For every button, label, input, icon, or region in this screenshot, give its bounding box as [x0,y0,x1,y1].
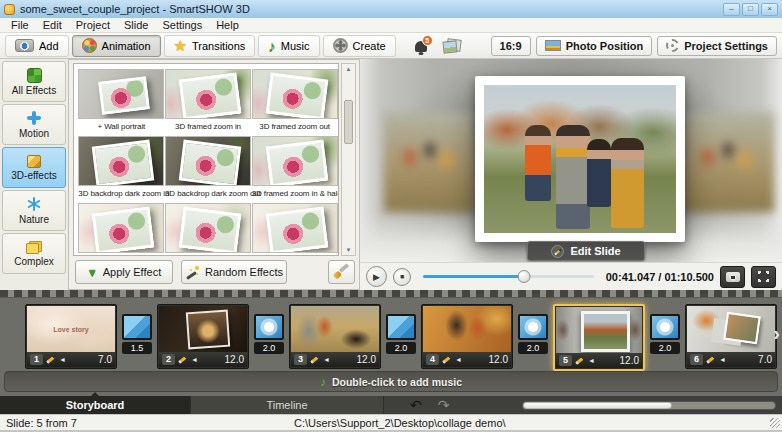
effect-item[interactable]: 3D backdrop light zoom out [252,203,338,256]
edit-slide-button[interactable]: Edit Slide [527,241,645,261]
audio-icon[interactable]: ◄ [719,355,726,365]
audio-icon[interactable]: ◄ [59,355,66,365]
photo-position-label: Photo Position [566,40,644,52]
menu-edit[interactable]: Edit [36,19,69,31]
music-track-bar[interactable]: ♪ Double-click to add music [4,371,778,392]
slide-4[interactable]: 4 ◄ 12.0 [421,304,513,369]
scrollbar-thumb[interactable] [344,100,353,144]
pencil-icon[interactable] [46,355,56,364]
slide-duration: 7.0 [98,354,112,365]
effect-thumbnail [165,69,251,119]
resize-grip[interactable] [770,418,780,428]
tab-add[interactable]: Add [5,35,69,57]
effect-item[interactable]: 3D framed zoom in [165,69,251,136]
scroll-down-icon[interactable]: ▼ [342,247,355,253]
tab-animation[interactable]: Animation [72,35,161,57]
redo-icon[interactable]: ↷ [438,398,450,412]
undo-icon[interactable]: ↶ [410,398,422,412]
effect-item[interactable]: 3D framed zoom out [252,69,338,136]
pencil-icon[interactable] [442,355,452,364]
effect-item[interactable]: + Wall portrait [78,69,164,136]
effects-scrollbar[interactable]: ▲ ▼ [341,63,356,256]
tab-music-label: Music [281,40,310,52]
slide-5[interactable]: 5 ◄ 12.0 [553,304,645,371]
gear-icon [666,39,679,52]
pencil-icon[interactable] [575,356,585,365]
effect-item[interactable]: 3D backdrop dark zoom in [78,136,164,203]
menu-file[interactable]: File [4,19,36,31]
effect-item[interactable]: 3D backdrop dark zoom out [165,136,251,203]
audio-icon[interactable]: ◄ [455,355,462,365]
film-reel-icon [333,38,348,53]
tab-storyboard[interactable]: Storyboard [0,396,190,414]
photos-icon[interactable] [443,39,461,53]
fullscreen-button[interactable] [751,266,776,288]
audio-icon[interactable]: ◄ [191,355,198,365]
seek-slider[interactable] [423,269,594,284]
transition-3[interactable]: 2.0 [386,314,416,354]
category-motion[interactable]: Motion [2,104,66,145]
scrollbar-thumb[interactable] [523,402,672,409]
menu-settings[interactable]: Settings [155,19,209,31]
tab-transitions[interactable]: ★ Transitions [164,35,256,57]
stop-button[interactable]: ■ [393,268,411,286]
menu-help[interactable]: Help [209,19,246,31]
slide-1[interactable]: Love story 1 ◄ 7.0 [25,304,117,369]
transition-2[interactable]: 2.0 [254,314,284,354]
timeline-scrollbar[interactable] [522,401,776,410]
slide-counter: Slide: 5 from 7 [0,417,294,429]
category-nature[interactable]: Nature [2,190,66,231]
pencil-icon[interactable] [310,355,320,364]
category-3d-effects[interactable]: 3D-effects [2,147,66,188]
effect-item[interactable]: 3D framed zoom in & halo [252,136,338,203]
snapshot-button[interactable] [720,266,745,288]
slide-3[interactable]: 3 ◄ 12.0 [289,304,381,369]
slide-6[interactable]: 6 ◄ 7.0 [685,304,777,369]
menu-slide[interactable]: Slide [117,19,155,31]
slides-row: Love story 1 ◄ 7.0 1.5 2 ◄ [0,298,782,371]
scroll-right-icon[interactable]: › [773,322,780,345]
photo-position-button[interactable]: Photo Position [536,36,653,56]
menu-project[interactable]: Project [69,19,117,31]
motion-arrows-icon [26,110,42,126]
slide-info-bar: 1 ◄ 7.0 [27,352,115,367]
audio-icon[interactable]: ◄ [323,355,330,365]
tab-create[interactable]: Create [323,35,396,57]
scroll-up-icon[interactable]: ▲ [342,66,355,72]
transition-4[interactable]: 2.0 [518,314,548,354]
effect-item[interactable]: 3D backdrop light zoom in [165,203,251,256]
slide-preview: Edit Slide [360,59,782,262]
slide-number: 1 [30,354,43,365]
brush-button[interactable] [328,260,355,284]
pencil-icon[interactable] [178,355,188,364]
play-button[interactable]: ▶ [366,266,387,287]
audio-icon[interactable]: ◄ [588,356,595,366]
category-all-effects[interactable]: All Effects [2,61,66,102]
close-button[interactable]: × [761,3,778,16]
pencil-icon[interactable] [706,355,716,364]
category-complex[interactable]: Complex [2,233,66,274]
effect-item[interactable]: 3D framed zoom out & halo [78,203,164,256]
slide-thumbnail: Love story [27,306,115,352]
pencil-icon [551,245,564,258]
seek-thumb[interactable] [517,270,530,283]
aspect-ratio-button[interactable]: 16:9 [491,36,531,56]
apply-effect-button[interactable]: ▼ Apply Effect [75,260,173,284]
random-effects-button[interactable]: Random Effects [181,260,287,284]
transition-5[interactable]: 2.0 [650,314,680,354]
tab-music[interactable]: ♪ Music [258,35,319,57]
maximize-button[interactable]: □ [742,3,759,16]
effect-thumbnail [78,136,164,186]
menubar: File Edit Project Slide Settings Help [0,18,782,33]
slide-2[interactable]: 2 ◄ 12.0 [157,304,249,369]
project-settings-button[interactable]: Project Settings [657,36,777,56]
edit-slide-label: Edit Slide [570,245,620,257]
tab-timeline[interactable]: Timeline [190,396,384,414]
notifications-button[interactable]: 5 [411,37,431,55]
transition-1[interactable]: 1.5 [122,314,152,354]
minimize-button[interactable]: – [723,3,740,16]
slide-number: 5 [559,355,572,366]
effect-thumbnail [78,203,164,253]
film-perforation [0,290,782,298]
slide-number: 3 [294,354,307,365]
